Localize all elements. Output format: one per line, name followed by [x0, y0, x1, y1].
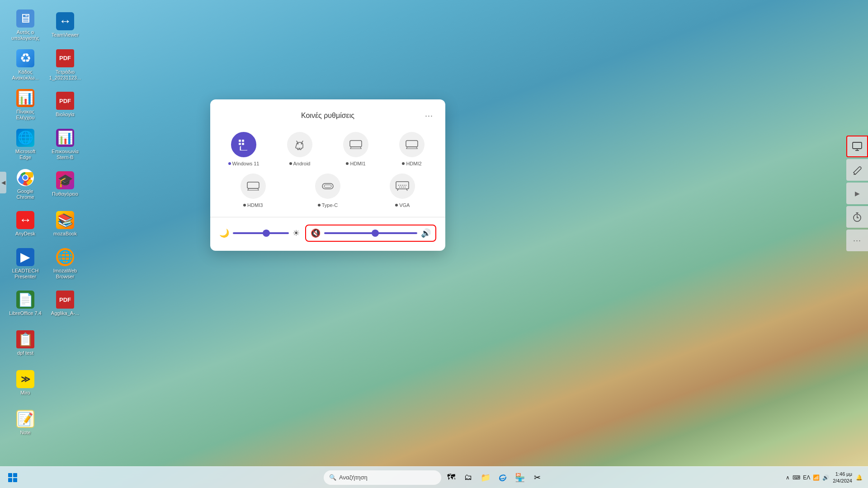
source-hdmi2-label: HDMI2 — [402, 161, 421, 166]
volume-mute-icon[interactable]: 🔇 — [311, 228, 321, 238]
volume-up-icon[interactable]: 🔊 — [421, 228, 431, 238]
qs-controls-row: 🌙 ☀ 🔇 🔊 — [219, 225, 436, 242]
sources-grid-top: Windows 11 Android — [219, 132, 436, 166]
svg-point-31 — [403, 187, 404, 188]
volume-control: 🔇 🔊 — [305, 225, 436, 242]
brightness-moon-icon: 🌙 — [219, 228, 229, 238]
source-hdmi1-label: HDMI1 — [346, 161, 365, 166]
taskbar-right-section: ∧ ⌨ ΕΛ 📶 🔊 1:46 μμ 2/4/2024 🔔 — [786, 471, 863, 484]
svg-point-30 — [401, 187, 402, 188]
svg-point-25 — [400, 185, 401, 186]
tray-expand-icon[interactable]: ∧ — [786, 474, 790, 481]
source-android[interactable]: Android — [275, 132, 324, 166]
wifi-icon[interactable]: 📶 — [813, 474, 820, 481]
taskbar-center-section: 🔍 Αναζήτηση 🗺 🗂 📁 🏪 ✂ — [324, 470, 544, 485]
source-vga-icon — [390, 174, 415, 199]
taskbar-folder-icon[interactable]: 📁 — [478, 470, 493, 485]
source-hdmi1-icon — [343, 132, 368, 157]
svg-rect-4 — [239, 140, 241, 142]
sidebar-timer-button[interactable] — [846, 206, 868, 228]
svg-rect-5 — [242, 140, 244, 142]
taskbar: 🔍 Αναζήτηση 🗺 🗂 📁 🏪 ✂ ∧ ⌨ ΕΛ 📶 🔊 1:46 μμ… — [0, 466, 868, 488]
desktop-icon-teamviewer[interactable]: ↔ TeamViewer — [47, 7, 83, 43]
source-typec-label: Type-C — [318, 202, 338, 208]
system-tray: ∧ ⌨ ΕΛ 📶 🔊 — [786, 474, 829, 481]
source-hdmi3-icon — [241, 174, 266, 199]
desktop-icon-pdf-tetradio[interactable]: PDF Τετράδιο 1_20231123... — [47, 47, 83, 83]
desktop-icon-anydesk[interactable]: ↔ AnyDesk — [7, 206, 43, 242]
desktop-icon-edge[interactable]: 🌐 Microsoft Edge — [7, 127, 43, 163]
clock-date: 2/4/2024 — [833, 478, 852, 484]
keyboard-icon[interactable]: ⌨ — [793, 474, 800, 481]
source-windows11[interactable]: Windows 11 — [219, 132, 268, 166]
brightness-control: 🌙 ☀ — [219, 228, 300, 238]
source-vga[interactable]: VGA — [369, 174, 436, 208]
source-windows11-label: Windows 11 — [228, 161, 259, 166]
source-windows11-icon — [231, 132, 256, 157]
desktop-icon-biologia[interactable]: PDF Βιολογία — [47, 87, 83, 123]
desktop-icon-my-computer[interactable]: 🖥 Αυτός ο υπολογιστής — [7, 7, 43, 43]
taskbar-edge-icon[interactable] — [495, 470, 510, 485]
desktop-icon-mozaweb[interactable]: 🌐 ImozaWeb Browser — [47, 246, 83, 282]
source-hdmi1[interactable]: HDMI1 — [331, 132, 380, 166]
svg-point-29 — [399, 187, 400, 188]
desktop-icon-miro[interactable]: ≫ Miro — [7, 365, 43, 401]
search-placeholder: Αναζήτηση — [339, 474, 368, 481]
taskbar-files-icon[interactable]: 🗂 — [461, 470, 476, 485]
desktop-icon-pinakes[interactable]: 📊 Πίνακας Ελέγχου — [7, 87, 43, 123]
quick-settings-more-button[interactable]: ··· — [422, 108, 436, 123]
sidebar-arrow-button[interactable]: ▶ — [846, 183, 868, 204]
desktop-icon-container: 🖥 Αυτός ο υπολογιστής ♻ Κάδος Ανακύκλω..… — [0, 0, 87, 466]
system-clock[interactable]: 1:46 μμ 2/4/2024 — [833, 471, 852, 484]
desktop-icon-recycle[interactable]: ♻ Κάδος Ανακύκλω... — [7, 47, 43, 83]
source-hdmi3-label: HDMI3 — [243, 202, 263, 208]
svg-rect-35 — [853, 142, 862, 149]
source-android-icon — [287, 132, 312, 157]
desktop-icon-chrome[interactable]: Google Chrome — [7, 166, 43, 202]
desktop-icon-agglika[interactable]: PDF Agglika_A-... — [47, 286, 83, 322]
svg-line-14 — [302, 141, 303, 142]
svg-rect-19 — [247, 182, 259, 188]
source-android-label: Android — [289, 161, 311, 166]
start-button[interactable] — [5, 470, 20, 485]
desktop-icon-pythagoreio[interactable]: 🎓 Πυθαγόρειο — [47, 166, 83, 202]
svg-rect-17 — [406, 141, 418, 147]
source-hdmi2-icon — [399, 132, 425, 157]
taskbar-scissors-icon[interactable]: ✂ — [530, 470, 544, 485]
source-typec-icon — [315, 174, 340, 199]
svg-point-27 — [404, 185, 405, 186]
language-indicator[interactable]: ΕΛ — [803, 474, 810, 481]
clock-time: 1:46 μμ — [833, 471, 852, 477]
desktop-icon-epikoinonia[interactable]: 📊 Επικοινωνία Stern-B — [47, 127, 83, 163]
qs-divider — [210, 217, 445, 217]
taskbar-maps-icon[interactable]: 🗺 — [444, 470, 458, 485]
sidebar-dots-button[interactable]: ··· — [846, 230, 868, 251]
desktop-icon-mozabook[interactable]: 📚 mozaBook — [47, 206, 83, 242]
sidebar-screen-button[interactable] — [846, 136, 868, 157]
source-typec[interactable]: Type-C — [294, 174, 361, 208]
brightness-sun-icon: ☀ — [292, 228, 300, 238]
notification-bell-icon[interactable]: 🔔 — [856, 474, 863, 481]
svg-point-24 — [398, 185, 399, 186]
source-hdmi3[interactable]: HDMI3 — [219, 174, 287, 208]
desktop-icon-note[interactable]: 📝 Note — [7, 405, 43, 441]
desktop-icon-leadtech[interactable]: ▶ LEADTECH Presenter — [7, 246, 43, 282]
svg-rect-6 — [239, 143, 241, 145]
quick-settings-header: Κοινές ρυθμίσεις ··· — [219, 108, 436, 123]
taskbar-store-icon[interactable]: 🏪 — [513, 470, 527, 485]
svg-point-3 — [23, 175, 28, 180]
source-vga-label: VGA — [395, 202, 410, 208]
volume-icon[interactable]: 🔊 — [822, 474, 829, 481]
sidebar-edit-button[interactable] — [846, 159, 868, 181]
right-sidebar: ▶ ··· — [846, 136, 868, 251]
taskbar-search-box[interactable]: 🔍 Αναζήτηση — [324, 470, 441, 485]
desktop-icon-dpftest[interactable]: 📋 dpf test — [7, 325, 43, 361]
desktop-icon-libreoffice[interactable]: 📄 LibreOffice 7.4 — [7, 286, 43, 322]
quick-settings-title: Κοινές ρυθμίσεις — [234, 112, 422, 120]
svg-line-13 — [297, 141, 297, 142]
search-icon: 🔍 — [329, 474, 336, 481]
left-collapse-arrow[interactable]: ◀ — [0, 172, 6, 193]
source-hdmi2[interactable]: HDMI2 — [387, 132, 436, 166]
svg-rect-15 — [350, 141, 362, 147]
sources-grid-bottom: HDMI3 Type-C — [219, 174, 436, 208]
